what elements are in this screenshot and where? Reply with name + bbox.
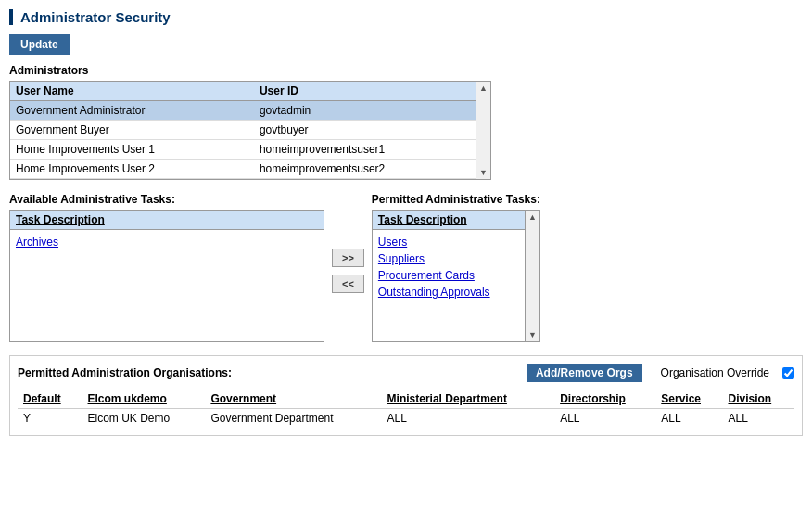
permitted-tasks-label: Permitted Administrative Tasks: <box>372 193 540 206</box>
orgs-col-default: Default <box>18 390 82 409</box>
administrators-label: Administrators <box>9 64 803 77</box>
permitted-scrollbar[interactable]: ▲ ▼ <box>526 210 540 342</box>
orgs-col-government: Government <box>205 390 381 409</box>
scroll-up-icon[interactable]: ▲ <box>479 83 488 93</box>
available-task-item[interactable]: Archives <box>16 234 318 250</box>
administrators-table: User Name User ID Government Administrat… <box>10 82 476 179</box>
orgs-cell-service: ALL <box>655 409 722 428</box>
org-override-checkbox[interactable] <box>782 367 794 379</box>
permitted-tasks-section: Permitted Administrative Tasks: Task Des… <box>372 193 540 342</box>
col-username: User Name <box>10 82 254 101</box>
cell-userid: homeimprovementsuser1 <box>254 140 476 160</box>
orgs-cell-government: Government Department <box>205 409 381 428</box>
table-header-row: User Name User ID <box>10 82 476 101</box>
orgs-cell-ministerial: ALL <box>382 409 555 428</box>
orgs-header: Permitted Administration Organisations: … <box>18 364 794 382</box>
orgs-cell-directorship: ALL <box>554 409 655 428</box>
cell-userid: govtadmin <box>254 101 476 121</box>
available-tasks-body: Archives <box>10 230 324 341</box>
table-row[interactable]: Government Administrator govtadmin <box>10 101 476 121</box>
move-buttons-area: >> << <box>332 193 364 293</box>
available-tasks-header: Task Description <box>10 211 324 230</box>
permitted-scroll-container: Task Description UsersSuppliersProcureme… <box>372 210 540 342</box>
update-button[interactable]: Update <box>9 34 70 55</box>
scroll-down-icon[interactable]: ▼ <box>479 168 488 177</box>
permitted-task-item[interactable]: Suppliers <box>378 250 519 267</box>
administrators-table-container: User Name User ID Government Administrat… <box>9 81 491 180</box>
permitted-tasks-body: UsersSuppliersProcurement CardsOutstandi… <box>373 230 525 341</box>
permitted-tasks-panel: Task Description UsersSuppliersProcureme… <box>372 210 526 342</box>
add-remove-orgs-button[interactable]: Add/Remove Orgs <box>527 364 642 382</box>
orgs-cell-division: ALL <box>722 409 794 428</box>
orgs-title: Permitted Administration Organisations: <box>18 366 517 379</box>
orgs-col-ministerial: Ministerial Department <box>382 390 555 409</box>
permitted-scroll-down-icon[interactable]: ▼ <box>528 330 537 339</box>
orgs-cell-elcom: Elcom UK Demo <box>82 409 206 428</box>
org-override-label: Organisation Override <box>661 366 769 379</box>
table-row[interactable]: Government Buyer govtbuyer <box>10 121 476 140</box>
move-forward-button[interactable]: >> <box>332 249 364 267</box>
permitted-task-item[interactable]: Users <box>378 234 519 250</box>
orgs-col-elcom: Elcom ukdemo <box>82 390 206 409</box>
orgs-row: YElcom UK DemoGovernment DepartmentALLAL… <box>18 409 794 428</box>
cell-username: Government Buyer <box>10 121 254 140</box>
orgs-col-division: Division <box>722 390 794 409</box>
permitted-task-item[interactable]: Outstanding Approvals <box>378 284 519 300</box>
table-row[interactable]: Home Improvements User 2 homeimprovement… <box>10 160 476 179</box>
cell-userid: govtbuyer <box>254 121 476 140</box>
permitted-task-item[interactable]: Procurement Cards <box>378 267 519 284</box>
table-row[interactable]: Home Improvements User 1 homeimprovement… <box>10 140 476 160</box>
available-tasks-section: Available Administrative Tasks: Task Des… <box>9 193 324 342</box>
cell-username: Home Improvements User 1 <box>10 140 254 160</box>
page-title: Administrator Security <box>9 9 803 25</box>
administrators-section: Administrators User Name User ID Governm… <box>9 64 803 180</box>
orgs-col-directorship: Directorship <box>554 390 655 409</box>
orgs-col-service: Service <box>655 390 722 409</box>
admin-scrollbar[interactable]: ▲ ▼ <box>476 82 490 179</box>
cell-username: Home Improvements User 2 <box>10 160 254 179</box>
orgs-table: DefaultElcom ukdemoGovernmentMinisterial… <box>18 390 794 428</box>
permitted-scroll-up-icon[interactable]: ▲ <box>528 212 537 222</box>
permitted-tasks-header: Task Description <box>373 211 525 230</box>
col-userid: User ID <box>254 82 476 101</box>
available-tasks-label: Available Administrative Tasks: <box>9 193 324 206</box>
orgs-section: Permitted Administration Organisations: … <box>9 355 803 436</box>
orgs-cell-default: Y <box>18 409 82 428</box>
cell-username: Government Administrator <box>10 101 254 121</box>
tasks-area: Available Administrative Tasks: Task Des… <box>9 193 803 342</box>
move-back-button[interactable]: << <box>332 275 364 293</box>
cell-userid: homeimprovementsuser2 <box>254 160 476 179</box>
orgs-header-row: DefaultElcom ukdemoGovernmentMinisterial… <box>18 390 794 409</box>
available-tasks-panel: Task Description Archives <box>9 210 324 342</box>
